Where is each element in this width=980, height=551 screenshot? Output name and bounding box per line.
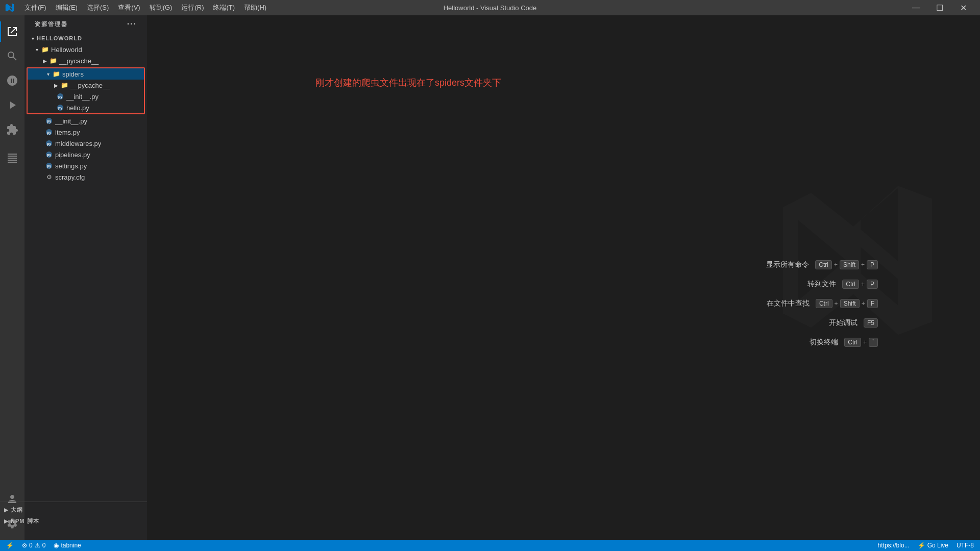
pycache-root-folder-icon: 📁: [49, 57, 57, 65]
shortcut-all-commands: 显示所有命令 Ctrl + Shift + P: [766, 260, 878, 269]
folder-helloworld[interactable]: ▾ 📁 Helloworld: [24, 44, 147, 55]
url-text: https://blo...: [878, 542, 910, 549]
maximize-button[interactable]: ☐: [928, 0, 951, 15]
menu-select[interactable]: 选择(S): [83, 2, 113, 13]
main-area: 资源管理器 ··· ▾ HELLOWORLD ▾ 📁 Helloworld ▶ …: [0, 15, 980, 540]
key-ctrl-3: Ctrl: [816, 299, 832, 308]
items-py-label: items.py: [55, 129, 80, 136]
file-scrapy-cfg[interactable]: ⚙ scrapy.cfg: [24, 171, 147, 183]
minimize-button[interactable]: —: [904, 0, 928, 15]
close-button[interactable]: ✕: [951, 0, 975, 15]
activity-run-debug[interactable]: [0, 93, 24, 117]
start-debug-keys: F5: [864, 318, 878, 328]
pycache-root-arrow: ▶: [41, 57, 49, 65]
menu-help[interactable]: 帮助(H): [240, 2, 271, 13]
init-py-label: __init__.py: [55, 117, 87, 125]
menu-goto[interactable]: 转到(G): [145, 2, 177, 13]
folder-icon: 📁: [41, 45, 49, 54]
file-tree: ▾ HELLOWORLD ▾ 📁 Helloworld ▶ 📁 __pycach…: [24, 33, 147, 540]
svg-text:py: py: [47, 164, 51, 168]
folder-pycache-root[interactable]: ▶ 📁 __pycache__: [24, 55, 147, 66]
spiders-pycache-folder-icon: 📁: [60, 81, 68, 89]
find-in-files-keys: Ctrl + Shift + F: [816, 299, 878, 308]
plus-4: +: [863, 339, 867, 346]
key-shift-3: Shift: [840, 299, 860, 308]
plugin-icon: ◉: [54, 542, 59, 549]
py-icon-settings: py: [45, 162, 53, 170]
py-icon-pipelines: py: [45, 151, 53, 159]
plus-1a: +: [834, 261, 838, 268]
npm-label: NPM 脚本: [24, 517, 39, 525]
menu-run[interactable]: 运行(R): [177, 2, 208, 13]
editor-content: 刚才创建的爬虫文件出现在了spiders文件夹下 显示所有命令 Ctrl + S…: [147, 15, 980, 540]
activity-extensions[interactable]: [0, 117, 24, 142]
menu-view[interactable]: 查看(V): [114, 2, 144, 13]
activity-remote[interactable]: [0, 146, 24, 170]
activity-git[interactable]: [0, 68, 24, 93]
file-middlewares-py[interactable]: py middlewares.py: [24, 138, 147, 149]
more-actions-icon[interactable]: ···: [127, 19, 137, 29]
key-ctrl-4: Ctrl: [844, 338, 861, 347]
status-plugin[interactable]: ◉ tabnine: [52, 540, 83, 551]
warning-icon: ⚠: [35, 542, 40, 549]
key-shift-1: Shift: [840, 260, 859, 269]
welcome-shortcuts: 显示所有命令 Ctrl + Shift + P 转到文件 Ctrl + P: [766, 260, 878, 347]
status-go-live[interactable]: ⚡ Go Live: [916, 540, 950, 551]
plus-2: +: [861, 281, 865, 288]
menu-file[interactable]: 文件(F): [20, 2, 51, 13]
menu-terminal[interactable]: 终端(T): [209, 2, 239, 13]
shortcut-goto-file: 转到文件 Ctrl + P: [766, 280, 878, 289]
key-p-1: P: [867, 260, 878, 269]
hello-py-label: hello.py: [66, 104, 89, 112]
workspace-label: HELLOWORLD: [37, 35, 82, 41]
outline-panel: ▶ 大纲 ▶ NPM 脚本: [24, 502, 147, 529]
titlebar-right: — ☐ ✕: [904, 0, 975, 15]
shortcut-find-in-files: 在文件中查找 Ctrl + Shift + F: [766, 299, 878, 308]
sidebar-header-actions: ···: [127, 19, 137, 29]
plus-3a: +: [835, 300, 838, 307]
encoding-label: UTF-8: [957, 542, 974, 549]
key-ctrl-1: Ctrl: [815, 260, 832, 269]
shortcut-start-debug: 开始调试 F5: [766, 318, 878, 328]
svg-text:py: py: [47, 142, 51, 146]
file-pipelines-py[interactable]: py pipelines.py: [24, 149, 147, 160]
workspace-collapse-arrow[interactable]: ▾: [29, 34, 37, 42]
file-items-py[interactable]: py items.py: [24, 127, 147, 138]
key-ctrl-2: Ctrl: [842, 280, 859, 289]
pipelines-py-label: pipelines.py: [55, 151, 90, 159]
py-icon-spiders-init: py: [56, 92, 64, 101]
folder-spiders[interactable]: ▾ 📁 spiders: [28, 68, 144, 80]
spiders-pycache-arrow: ▶: [52, 81, 60, 89]
menu-edit[interactable]: 编辑(E): [52, 2, 82, 13]
spiders-init-label: __init__.py: [66, 93, 99, 101]
settings-py-label: settings.py: [55, 162, 87, 170]
py-icon-init: py: [45, 117, 53, 125]
py-icon-hello: py: [56, 104, 64, 112]
annotation-text: 刚才创建的爬虫文件出现在了spiders文件夹下: [315, 77, 501, 89]
explorer-label: 资源管理器: [35, 20, 68, 28]
status-remote[interactable]: ⚡: [4, 540, 16, 551]
status-encoding[interactable]: UTF-8: [954, 540, 976, 551]
npm-panel-header[interactable]: ▶ NPM 脚本: [24, 515, 147, 527]
spiders-arrow: ▾: [44, 70, 52, 78]
outline-panel-header[interactable]: ▶ 大纲: [24, 504, 147, 515]
key-backtick: `: [869, 338, 878, 347]
shortcut-toggle-terminal: 切换终端 Ctrl + `: [766, 338, 878, 347]
activity-explorer[interactable]: [0, 19, 24, 44]
folder-spiders-pycache[interactable]: ▶ 📁 __pycache__: [28, 80, 144, 91]
window-title: Helloworld - Visual Studio Code: [444, 4, 537, 12]
file-spiders-init[interactable]: py __init__.py: [28, 91, 144, 102]
status-url[interactable]: https://blo...: [876, 540, 912, 551]
status-errors[interactable]: ⊗ 0 ⚠ 0: [20, 540, 47, 551]
plugin-name: tabnine: [61, 542, 81, 549]
find-in-files-label: 在文件中查找: [767, 299, 810, 308]
key-f5: F5: [864, 318, 878, 328]
file-init-py[interactable]: py __init__.py: [24, 115, 147, 127]
file-hello-py[interactable]: py hello.py: [28, 102, 144, 113]
warning-count: 0: [42, 542, 46, 549]
plus-3b: +: [862, 300, 865, 307]
go-live-icon: ⚡: [918, 542, 925, 549]
file-settings-py[interactable]: py settings.py: [24, 160, 147, 171]
spiders-folder-icon: 📁: [52, 70, 60, 78]
activity-search[interactable]: [0, 44, 24, 68]
